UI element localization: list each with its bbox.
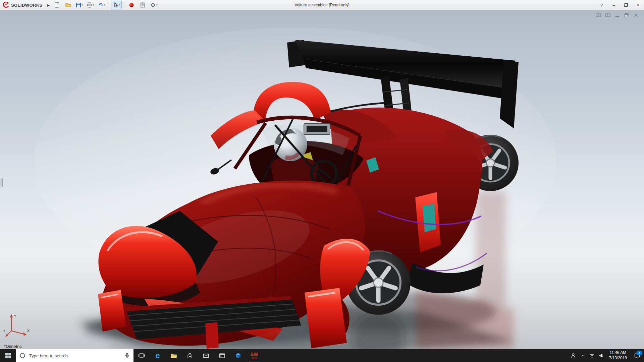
undo-icon	[98, 2, 104, 8]
taskbar-search[interactable]	[16, 349, 133, 362]
action-center-button[interactable]: 4	[630, 349, 644, 362]
mail-button[interactable]	[198, 349, 214, 362]
open-icon	[65, 2, 71, 8]
command-prompt-icon	[219, 353, 225, 359]
window-title: Voiture assemblee [Read-only]	[294, 3, 349, 7]
rebuild-button[interactable]	[126, 1, 137, 9]
split-pane-left-icon[interactable]	[596, 13, 601, 17]
document-window-controls	[596, 13, 639, 17]
panel-resize-handle[interactable]	[0, 178, 3, 187]
volume-button[interactable]	[597, 349, 606, 362]
split-pane-right-icon[interactable]	[605, 13, 610, 17]
wifi-icon	[589, 353, 595, 358]
doc-minimize-icon[interactable]	[614, 13, 620, 17]
print-button[interactable]: ▾	[85, 1, 96, 9]
main-toolbar: ▾ ▾ ▾ ▾	[52, 1, 159, 9]
triad-y-label: Y	[14, 314, 16, 318]
start-button[interactable]	[0, 349, 16, 362]
triad-z-label: Z	[3, 329, 5, 333]
select-dropdown-icon[interactable]: ▾	[119, 4, 120, 6]
print-icon	[87, 2, 93, 8]
3d-viewer-button[interactable]	[230, 349, 246, 362]
help-button[interactable]: ?	[596, 0, 608, 10]
notification-badge: 4	[636, 351, 642, 355]
windows-logo-icon	[5, 353, 11, 359]
search-input[interactable]	[29, 353, 121, 359]
doc-close-icon[interactable]	[633, 13, 639, 17]
edge-button[interactable]: e	[150, 349, 166, 362]
cortana-icon[interactable]	[19, 353, 25, 359]
restore-icon	[624, 3, 628, 7]
task-view-button[interactable]	[133, 349, 150, 362]
3d-cube-icon	[235, 352, 241, 359]
close-button[interactable]: ×	[632, 0, 644, 10]
edge-icon: e	[155, 352, 160, 360]
clock-time: 11:46 AM	[609, 350, 626, 356]
taskbar: e	[0, 349, 644, 362]
store-button[interactable]	[182, 349, 198, 362]
chevron-up-icon	[580, 353, 585, 358]
minimize-button[interactable]: –	[608, 0, 620, 10]
view-orientation-label: *Dimetric	[4, 344, 22, 349]
view-triad[interactable]: Y X Z	[3, 311, 32, 341]
solidworks-app-button[interactable]: SW 2017	[246, 349, 262, 362]
maximize-button[interactable]	[620, 0, 632, 10]
doc-restore-icon[interactable]	[624, 13, 629, 17]
triad-x-label: X	[27, 329, 30, 333]
task-view-icon	[138, 353, 145, 359]
solidworks-logo-icon	[2, 2, 9, 8]
people-button[interactable]	[569, 349, 578, 362]
save-dropdown-icon[interactable]: ▾	[82, 4, 83, 6]
file-explorer-icon	[170, 353, 177, 359]
clock-date: 7/13/2018	[609, 356, 627, 361]
file-properties-button[interactable]	[137, 1, 148, 9]
file-explorer-button[interactable]	[166, 349, 182, 362]
options-dropdown-icon[interactable]: ▾	[156, 4, 158, 6]
undo-dropdown-icon[interactable]: ▾	[104, 4, 105, 6]
save-icon	[75, 2, 82, 8]
options-button[interactable]: ▾	[148, 1, 159, 9]
select-cursor-icon	[113, 2, 119, 8]
new-document-icon	[54, 2, 60, 8]
network-button[interactable]	[587, 349, 597, 362]
file-properties-icon	[140, 2, 146, 8]
titlebar: SOLIDWORKS ▶	[0, 0, 644, 10]
undo-button[interactable]: ▾	[96, 1, 107, 9]
mail-icon	[203, 353, 209, 359]
solidworks-app-icon: SW 2017	[251, 352, 258, 359]
brand: SOLIDWORKS	[2, 2, 43, 8]
save-button[interactable]: ▾	[74, 1, 85, 9]
people-icon	[570, 353, 576, 359]
select-button[interactable]: ▾	[111, 1, 122, 9]
microphone-icon[interactable]	[124, 353, 130, 359]
toolbar-flyout-icon[interactable]: ▶	[45, 3, 52, 7]
window-controls: ? – ×	[596, 0, 644, 10]
model-3d-scene[interactable]	[0, 10, 644, 349]
solidworks-window: SOLIDWORKS ▶	[0, 0, 644, 362]
system-tray: 11:46 AM 7/13/2018 4	[569, 349, 644, 362]
rebuild-sphere-icon	[128, 2, 135, 8]
toolbar-separator	[124, 2, 124, 8]
hidden-icons-button[interactable]	[578, 349, 587, 362]
taskbar-clock[interactable]: 11:46 AM 7/13/2018	[606, 349, 630, 362]
viewport-3d[interactable]: Y X Z *Dimetric	[0, 10, 644, 349]
volume-icon	[598, 353, 604, 358]
store-icon	[186, 353, 193, 359]
toolbar-separator	[109, 2, 109, 8]
gear-icon	[150, 2, 156, 8]
new-document-button[interactable]	[52, 1, 62, 9]
print-dropdown-icon[interactable]: ▾	[93, 4, 94, 6]
brand-text: SOLIDWORKS	[11, 3, 43, 8]
open-button[interactable]	[63, 1, 73, 9]
command-prompt-button[interactable]	[214, 349, 230, 362]
